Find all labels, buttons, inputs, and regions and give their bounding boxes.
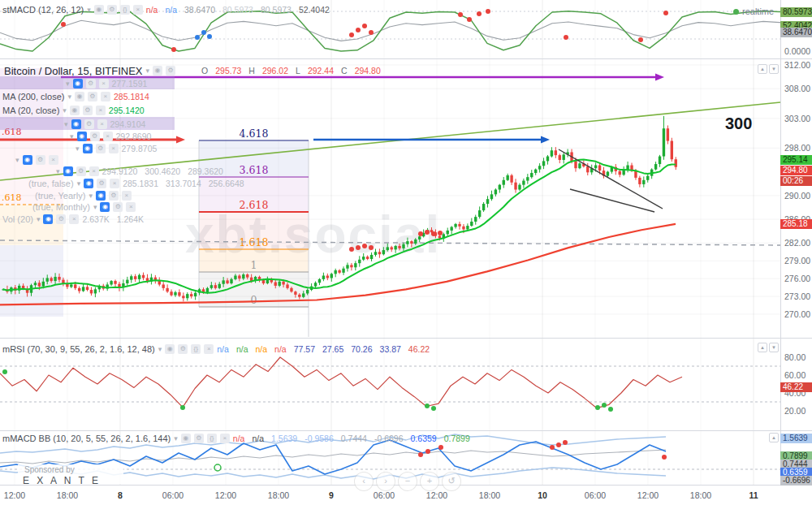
reset-view-button[interactable]: ↺ [442, 472, 461, 491]
zoom-out-button[interactable]: − [398, 472, 417, 491]
chevron-down-icon[interactable]: ▾ [174, 435, 178, 442]
eye-icon[interactable]: ◉ [71, 119, 81, 129]
pane-up-button[interactable]: ▲ [758, 343, 767, 352]
indicator-label[interactable]: (true, Yearly) [35, 191, 85, 201]
time-axis-label: 06:00 [577, 490, 613, 500]
scale-tick: 80.00 [784, 352, 806, 362]
pane-up-button[interactable]: ▲ [758, 64, 767, 74]
eye-icon[interactable]: ◉ [94, 5, 104, 15]
gear-icon[interactable]: ⚙ [86, 79, 96, 88]
indicator-value: -0.9586 [304, 434, 334, 443]
chevron-down-icon[interactable]: ▾ [66, 80, 70, 88]
eye-icon[interactable]: ◉ [100, 202, 110, 212]
eye-icon[interactable]: ◉ [165, 344, 175, 354]
eye-icon[interactable]: ◉ [75, 92, 84, 101]
indicator-label[interactable]: Vol (20) [2, 214, 33, 224]
indicator-label[interactable]: (true, false) [28, 179, 74, 188]
gear-icon[interactable]: ⚙ [84, 119, 94, 129]
gear-icon[interactable]: ⚙ [97, 179, 106, 188]
braces-icon[interactable]: {} [120, 5, 130, 15]
price-badge: 295.14 [780, 155, 812, 165]
close-icon[interactable]: × [126, 202, 136, 212]
braces-icon[interactable]: {} [191, 344, 201, 354]
chevron-down-icon[interactable]: ▾ [37, 216, 41, 223]
chevron-down-icon[interactable]: ▾ [77, 180, 81, 188]
eye-icon[interactable]: ◉ [43, 214, 53, 224]
indicator-legend-row: (true, Yearly)▾◉⚙× [2, 190, 135, 201]
gear-icon[interactable]: ⚙ [76, 166, 86, 176]
chevron-down-icon[interactable]: ▾ [89, 192, 93, 200]
realtime-dot-icon [733, 9, 739, 15]
time-axis-label: 06:00 [155, 490, 191, 500]
close-icon[interactable]: × [204, 344, 214, 354]
eye-icon[interactable]: ◉ [70, 106, 80, 115]
chevron-down-icon[interactable]: ▾ [67, 93, 71, 101]
close-icon[interactable]: × [220, 434, 230, 443]
chevron-down-icon[interactable]: ▾ [146, 67, 150, 75]
close-icon[interactable]: × [89, 166, 99, 176]
close-icon[interactable]: × [122, 191, 132, 201]
close-icon[interactable]: × [109, 144, 119, 153]
zoom-in-button[interactable]: + [420, 472, 439, 491]
close-icon[interactable]: × [133, 5, 143, 15]
gear-icon[interactable]: ⚙ [109, 191, 119, 201]
chevron-down-icon[interactable]: ▾ [87, 6, 91, 14]
close-icon[interactable]: × [49, 155, 58, 165]
close-icon[interactable]: × [103, 132, 113, 141]
gear-icon[interactable]: ⚙ [113, 202, 123, 212]
scroll-left-button[interactable]: ‹ [354, 472, 374, 491]
eye-icon[interactable]: ◉ [83, 144, 93, 153]
chevron-down-icon[interactable]: ▾ [15, 157, 19, 164]
close-icon[interactable]: × [110, 179, 119, 188]
gear-icon[interactable]: ⚙ [90, 132, 100, 141]
gear-icon[interactable]: ⚙ [107, 5, 117, 15]
gear-icon[interactable]: ⚙ [96, 144, 106, 153]
gear-icon[interactable]: ⚙ [166, 66, 175, 76]
gear-icon[interactable]: ⚙ [56, 214, 66, 224]
mrsi-title[interactable]: mRSI (70, 30, 9, 55, 26, 2, 1.6, 12, 48) [2, 344, 155, 354]
chevron-down-icon[interactable]: ▾ [56, 168, 60, 175]
eye-icon[interactable]: ◉ [73, 79, 83, 88]
close-icon[interactable]: × [101, 92, 110, 101]
eye-icon[interactable]: ◉ [84, 179, 93, 188]
chevron-down-icon[interactable]: ▾ [93, 204, 97, 211]
mmacdbb-legend-row: mMACD BB (10, 20, 5, 55, 26, 2, 1.6, 144… [2, 433, 470, 444]
symbol-title[interactable]: Bitcoin / Dollar, 15, BITFINEX [4, 65, 143, 77]
indicator-label[interactable]: MA (20, close) [2, 106, 59, 115]
ohlc-letter: C [341, 66, 348, 76]
indicator-label[interactable]: (true, Monthly) [32, 202, 90, 212]
gear-icon[interactable]: ⚙ [36, 155, 45, 165]
gear-icon[interactable]: ⚙ [194, 434, 204, 443]
pane-down-button[interactable]: ▼ [769, 64, 779, 74]
chevron-down-icon[interactable]: ▾ [70, 133, 74, 140]
gear-icon[interactable]: ⚙ [178, 344, 188, 354]
eye-icon[interactable]: ◉ [96, 191, 106, 201]
scale-tick: 60.00 [784, 370, 806, 380]
close-icon[interactable]: × [99, 79, 109, 88]
eye-icon[interactable]: ◉ [23, 155, 32, 165]
chevron-down-icon[interactable]: ▾ [158, 346, 162, 353]
chevron-down-icon[interactable]: ▾ [64, 121, 68, 128]
sponsor-logo[interactable]: E X A N T E [23, 475, 101, 486]
stmacd-title[interactable]: stMACD (12, 26, 12) [2, 5, 84, 15]
chevron-down-icon[interactable]: ▾ [76, 145, 80, 153]
eye-icon[interactable]: ◉ [153, 66, 162, 76]
close-icon[interactable]: × [97, 119, 107, 129]
indicator-label[interactable]: MA (200, close) [2, 92, 64, 101]
indicator-legend-row: ▾◉⚙×294.9104 [2, 119, 145, 130]
ohlc-value: 296.02 [262, 66, 288, 76]
pane-up-button[interactable]: ▲ [769, 433, 779, 442]
pane-down-button[interactable]: ▼ [769, 343, 779, 352]
chevron-down-icon[interactable]: ▾ [63, 107, 67, 114]
ohlc-value: 294.80 [355, 66, 381, 76]
eye-icon[interactable]: ◉ [63, 166, 73, 176]
close-icon[interactable]: × [69, 214, 79, 224]
mmacdbb-title[interactable]: mMACD BB (10, 20, 5, 55, 26, 2, 1.6, 144… [2, 434, 171, 443]
gear-icon[interactable]: ⚙ [88, 92, 97, 101]
gear-icon[interactable]: ⚙ [83, 106, 93, 115]
eye-icon[interactable]: ◉ [77, 132, 87, 141]
braces-icon[interactable]: {} [207, 434, 217, 443]
eye-icon[interactable]: ◉ [181, 434, 191, 443]
scroll-right-button[interactable]: › [376, 472, 395, 491]
close-icon[interactable]: × [96, 106, 106, 115]
